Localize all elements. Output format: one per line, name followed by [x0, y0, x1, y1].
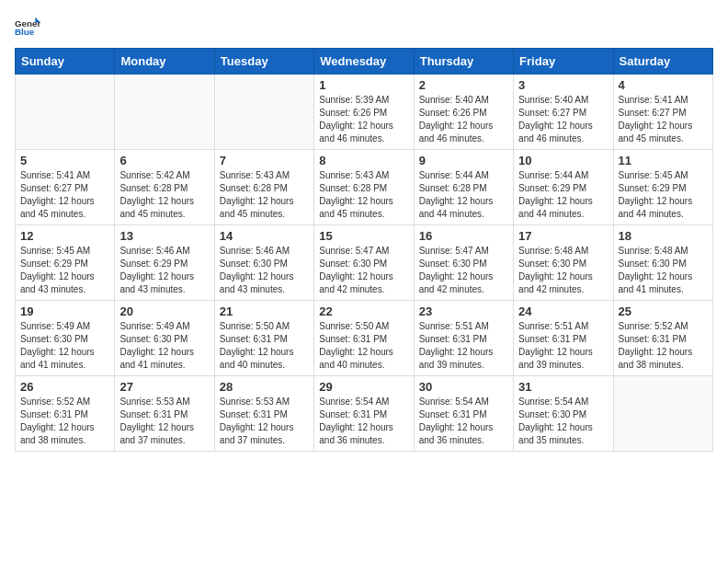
day-info: Sunrise: 5:51 AM Sunset: 6:31 PM Dayligh…: [518, 320, 608, 372]
day-number: 6: [119, 154, 209, 167]
calendar-cell: 18Sunrise: 5:48 AM Sunset: 6:30 PM Dayli…: [613, 225, 712, 301]
day-info: Sunrise: 5:50 AM Sunset: 6:31 PM Dayligh…: [319, 320, 408, 372]
calendar-cell: [115, 75, 214, 150]
calendar-cell: 9Sunrise: 5:44 AM Sunset: 6:28 PM Daylig…: [414, 150, 513, 225]
calendar-table: SundayMondayTuesdayWednesdayThursdayFrid…: [15, 48, 713, 452]
day-number: 22: [319, 304, 408, 318]
day-info: Sunrise: 5:53 AM Sunset: 6:31 PM Dayligh…: [220, 396, 309, 447]
day-info: Sunrise: 5:47 AM Sunset: 6:30 PM Dayligh…: [419, 245, 508, 296]
calendar-cell: 19Sunrise: 5:49 AM Sunset: 6:30 PM Dayli…: [16, 301, 115, 376]
calendar-cell: 15Sunrise: 5:47 AM Sunset: 6:30 PM Dayli…: [314, 225, 414, 301]
page-header: General Blue: [15, 15, 713, 40]
svg-text:Blue: Blue: [15, 27, 35, 37]
day-info: Sunrise: 5:52 AM Sunset: 6:31 PM Dayligh…: [20, 396, 109, 447]
day-number: 10: [518, 154, 608, 167]
day-number: 26: [20, 380, 109, 394]
day-info: Sunrise: 5:50 AM Sunset: 6:31 PM Dayligh…: [220, 320, 309, 372]
day-info: Sunrise: 5:42 AM Sunset: 6:28 PM Dayligh…: [119, 169, 209, 221]
day-number: 7: [220, 154, 309, 167]
day-info: Sunrise: 5:48 AM Sunset: 6:30 PM Dayligh…: [518, 245, 608, 296]
calendar-cell: 20Sunrise: 5:49 AM Sunset: 6:30 PM Dayli…: [115, 301, 214, 376]
day-info: Sunrise: 5:49 AM Sunset: 6:30 PM Dayligh…: [20, 320, 109, 372]
day-number: 3: [518, 78, 608, 92]
calendar-cell: 8Sunrise: 5:43 AM Sunset: 6:28 PM Daylig…: [314, 150, 414, 225]
calendar-cell: 31Sunrise: 5:54 AM Sunset: 6:30 PM Dayli…: [514, 376, 613, 452]
calendar-cell: 17Sunrise: 5:48 AM Sunset: 6:30 PM Dayli…: [514, 225, 613, 301]
day-number: 9: [419, 154, 508, 167]
calendar-cell: 23Sunrise: 5:51 AM Sunset: 6:31 PM Dayli…: [414, 301, 513, 376]
day-info: Sunrise: 5:53 AM Sunset: 6:31 PM Dayligh…: [119, 396, 209, 447]
calendar-cell: [214, 75, 313, 150]
calendar-cell: 14Sunrise: 5:46 AM Sunset: 6:30 PM Dayli…: [214, 225, 313, 301]
day-number: 25: [619, 304, 708, 318]
day-number: 1: [319, 78, 408, 92]
calendar-cell: [16, 75, 115, 150]
day-number: 18: [619, 229, 708, 243]
calendar-week-4: 19Sunrise: 5:49 AM Sunset: 6:30 PM Dayli…: [16, 301, 713, 376]
day-number: 12: [20, 229, 109, 243]
weekday-header-thursday: Thursday: [414, 49, 513, 75]
weekday-header-tuesday: Tuesday: [214, 49, 313, 75]
day-number: 30: [419, 380, 508, 394]
weekday-header-sunday: Sunday: [16, 49, 115, 75]
calendar-week-5: 26Sunrise: 5:52 AM Sunset: 6:31 PM Dayli…: [16, 376, 713, 452]
day-info: Sunrise: 5:52 AM Sunset: 6:31 PM Dayligh…: [619, 320, 708, 372]
day-info: Sunrise: 5:51 AM Sunset: 6:31 PM Dayligh…: [419, 320, 508, 372]
day-number: 31: [518, 380, 608, 394]
calendar-cell: 3Sunrise: 5:40 AM Sunset: 6:27 PM Daylig…: [514, 75, 613, 150]
calendar-cell: 5Sunrise: 5:41 AM Sunset: 6:27 PM Daylig…: [16, 150, 115, 225]
day-number: 29: [319, 380, 408, 394]
day-info: Sunrise: 5:43 AM Sunset: 6:28 PM Dayligh…: [319, 169, 408, 221]
day-number: 20: [119, 304, 209, 318]
day-number: 23: [419, 304, 508, 318]
day-info: Sunrise: 5:47 AM Sunset: 6:30 PM Dayligh…: [319, 245, 408, 296]
calendar-cell: 7Sunrise: 5:43 AM Sunset: 6:28 PM Daylig…: [214, 150, 313, 225]
calendar-week-2: 5Sunrise: 5:41 AM Sunset: 6:27 PM Daylig…: [16, 150, 713, 225]
calendar-cell: 4Sunrise: 5:41 AM Sunset: 6:27 PM Daylig…: [613, 75, 712, 150]
calendar-cell: 16Sunrise: 5:47 AM Sunset: 6:30 PM Dayli…: [414, 225, 513, 301]
day-info: Sunrise: 5:49 AM Sunset: 6:30 PM Dayligh…: [119, 320, 209, 372]
day-number: 15: [319, 229, 408, 243]
day-info: Sunrise: 5:39 AM Sunset: 6:26 PM Dayligh…: [319, 94, 408, 145]
calendar-cell: 1Sunrise: 5:39 AM Sunset: 6:26 PM Daylig…: [314, 75, 414, 150]
day-number: 2: [419, 78, 508, 92]
day-number: 5: [20, 154, 109, 167]
calendar-cell: [613, 376, 712, 452]
calendar-cell: 13Sunrise: 5:46 AM Sunset: 6:29 PM Dayli…: [115, 225, 214, 301]
day-number: 13: [119, 229, 209, 243]
day-number: 28: [220, 380, 309, 394]
day-info: Sunrise: 5:40 AM Sunset: 6:26 PM Dayligh…: [419, 94, 508, 145]
logo: General Blue: [15, 15, 40, 40]
day-number: 16: [419, 229, 508, 243]
day-info: Sunrise: 5:54 AM Sunset: 6:31 PM Dayligh…: [419, 396, 508, 447]
weekday-header-monday: Monday: [115, 49, 214, 75]
weekday-header-wednesday: Wednesday: [314, 49, 414, 75]
calendar-week-1: 1Sunrise: 5:39 AM Sunset: 6:26 PM Daylig…: [16, 75, 713, 150]
day-info: Sunrise: 5:54 AM Sunset: 6:30 PM Dayligh…: [518, 396, 608, 447]
day-info: Sunrise: 5:41 AM Sunset: 6:27 PM Dayligh…: [619, 94, 708, 145]
day-number: 17: [518, 229, 608, 243]
calendar-cell: 29Sunrise: 5:54 AM Sunset: 6:31 PM Dayli…: [314, 376, 414, 452]
day-number: 11: [619, 154, 708, 167]
day-info: Sunrise: 5:45 AM Sunset: 6:29 PM Dayligh…: [619, 169, 708, 221]
day-number: 14: [220, 229, 309, 243]
calendar-cell: 2Sunrise: 5:40 AM Sunset: 6:26 PM Daylig…: [414, 75, 513, 150]
calendar-cell: 12Sunrise: 5:45 AM Sunset: 6:29 PM Dayli…: [16, 225, 115, 301]
day-number: 27: [119, 380, 209, 394]
calendar-cell: 22Sunrise: 5:50 AM Sunset: 6:31 PM Dayli…: [314, 301, 414, 376]
calendar-cell: 11Sunrise: 5:45 AM Sunset: 6:29 PM Dayli…: [613, 150, 712, 225]
calendar-cell: 26Sunrise: 5:52 AM Sunset: 6:31 PM Dayli…: [16, 376, 115, 452]
calendar-cell: 21Sunrise: 5:50 AM Sunset: 6:31 PM Dayli…: [214, 301, 313, 376]
calendar-cell: 10Sunrise: 5:44 AM Sunset: 6:29 PM Dayli…: [514, 150, 613, 225]
weekday-header-friday: Friday: [514, 49, 613, 75]
weekday-header-row: SundayMondayTuesdayWednesdayThursdayFrid…: [16, 49, 713, 75]
calendar-week-3: 12Sunrise: 5:45 AM Sunset: 6:29 PM Dayli…: [16, 225, 713, 301]
day-info: Sunrise: 5:41 AM Sunset: 6:27 PM Dayligh…: [20, 169, 109, 221]
day-info: Sunrise: 5:45 AM Sunset: 6:29 PM Dayligh…: [20, 245, 109, 296]
day-number: 4: [619, 78, 708, 92]
day-number: 8: [319, 154, 408, 167]
calendar-cell: 30Sunrise: 5:54 AM Sunset: 6:31 PM Dayli…: [414, 376, 513, 452]
day-info: Sunrise: 5:43 AM Sunset: 6:28 PM Dayligh…: [220, 169, 309, 221]
calendar-cell: 25Sunrise: 5:52 AM Sunset: 6:31 PM Dayli…: [613, 301, 712, 376]
day-number: 24: [518, 304, 608, 318]
